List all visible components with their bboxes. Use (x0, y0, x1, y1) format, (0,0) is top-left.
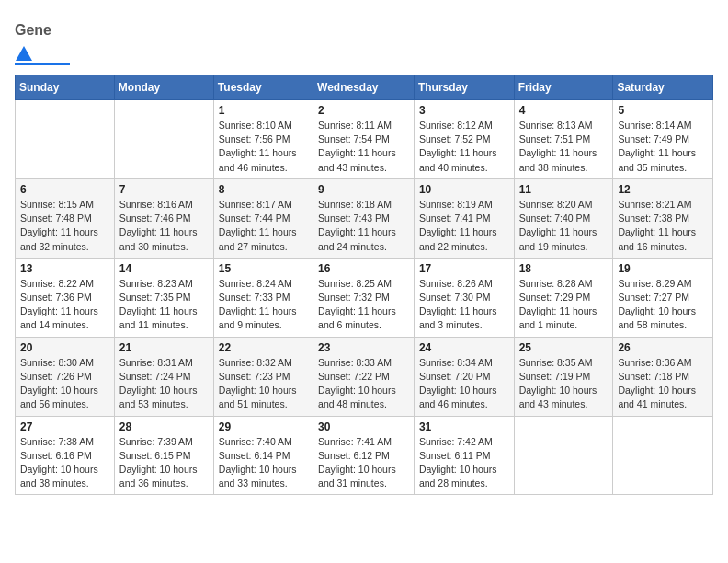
day-info: Sunrise: 8:14 AM Sunset: 7:49 PM Dayligh… (618, 119, 708, 175)
calendar-cell (16, 100, 115, 179)
day-number: 8 (219, 183, 308, 196)
calendar-week-row: 27Sunrise: 7:38 AM Sunset: 6:16 PM Dayli… (16, 416, 713, 495)
calendar-cell: 28Sunrise: 7:39 AM Sunset: 6:15 PM Dayli… (114, 416, 213, 495)
day-number: 5 (618, 104, 708, 117)
day-number: 3 (419, 104, 509, 117)
day-number: 25 (519, 341, 609, 354)
calendar-week-row: 20Sunrise: 8:30 AM Sunset: 7:26 PM Dayli… (16, 337, 713, 416)
day-number: 1 (219, 104, 308, 117)
calendar-cell: 5Sunrise: 8:14 AM Sunset: 7:49 PM Daylig… (613, 100, 713, 179)
day-number: 31 (419, 420, 509, 433)
calendar-day-header: Thursday (414, 75, 514, 100)
day-number: 22 (219, 341, 308, 354)
day-info: Sunrise: 8:31 AM Sunset: 7:24 PM Dayligh… (119, 356, 209, 412)
day-info: Sunrise: 8:17 AM Sunset: 7:44 PM Dayligh… (219, 198, 308, 254)
day-info: Sunrise: 8:12 AM Sunset: 7:52 PM Dayligh… (419, 119, 509, 175)
calendar-cell: 3Sunrise: 8:12 AM Sunset: 7:52 PM Daylig… (414, 100, 514, 179)
day-number: 27 (20, 420, 109, 433)
day-info: Sunrise: 8:19 AM Sunset: 7:41 PM Dayligh… (419, 198, 509, 254)
calendar-cell: 18Sunrise: 8:28 AM Sunset: 7:29 PM Dayli… (514, 258, 613, 337)
day-number: 10 (419, 183, 509, 196)
day-info: Sunrise: 8:15 AM Sunset: 7:48 PM Dayligh… (20, 198, 109, 254)
calendar-cell: 15Sunrise: 8:24 AM Sunset: 7:33 PM Dayli… (213, 258, 313, 337)
day-info: Sunrise: 8:16 AM Sunset: 7:46 PM Dayligh… (119, 198, 209, 254)
day-number: 29 (219, 420, 308, 433)
calendar-week-row: 13Sunrise: 8:22 AM Sunset: 7:36 PM Dayli… (16, 258, 713, 337)
day-number: 7 (119, 183, 209, 196)
calendar-cell: 4Sunrise: 8:13 AM Sunset: 7:51 PM Daylig… (514, 100, 613, 179)
calendar-cell: 1Sunrise: 8:10 AM Sunset: 7:56 PM Daylig… (213, 100, 313, 179)
day-number: 9 (318, 183, 409, 196)
day-info: Sunrise: 7:42 AM Sunset: 6:11 PM Dayligh… (419, 435, 509, 491)
day-number: 23 (318, 341, 409, 354)
day-number: 17 (419, 262, 509, 275)
day-info: Sunrise: 8:34 AM Sunset: 7:20 PM Dayligh… (419, 356, 509, 412)
day-number: 21 (119, 341, 209, 354)
calendar-cell: 12Sunrise: 8:21 AM Sunset: 7:38 PM Dayli… (613, 178, 713, 258)
day-info: Sunrise: 8:24 AM Sunset: 7:33 PM Dayligh… (219, 277, 308, 333)
day-info: Sunrise: 8:20 AM Sunset: 7:40 PM Dayligh… (519, 198, 609, 254)
calendar-week-row: 1Sunrise: 8:10 AM Sunset: 7:56 PM Daylig… (16, 100, 713, 179)
calendar-cell: 7Sunrise: 8:16 AM Sunset: 7:46 PM Daylig… (114, 178, 213, 258)
svg-marker-1 (16, 46, 32, 61)
calendar-cell: 29Sunrise: 7:40 AM Sunset: 6:14 PM Dayli… (213, 416, 313, 495)
calendar-cell: 2Sunrise: 8:11 AM Sunset: 7:54 PM Daylig… (313, 100, 415, 179)
calendar-cell (114, 100, 213, 179)
day-number: 24 (419, 341, 509, 354)
calendar-cell: 10Sunrise: 8:19 AM Sunset: 7:41 PM Dayli… (414, 178, 514, 258)
calendar-cell: 13Sunrise: 8:22 AM Sunset: 7:36 PM Dayli… (16, 258, 115, 337)
day-number: 13 (20, 262, 109, 275)
calendar-cell: 16Sunrise: 8:25 AM Sunset: 7:32 PM Dayli… (313, 258, 415, 337)
calendar-cell: 26Sunrise: 8:36 AM Sunset: 7:18 PM Dayli… (613, 337, 713, 416)
day-number: 2 (318, 104, 409, 117)
day-number: 12 (618, 183, 708, 196)
day-number: 16 (318, 262, 409, 275)
day-info: Sunrise: 8:23 AM Sunset: 7:35 PM Dayligh… (119, 277, 209, 333)
day-info: Sunrise: 8:28 AM Sunset: 7:29 PM Dayligh… (519, 277, 609, 333)
calendar-day-header: Tuesday (213, 75, 313, 100)
day-info: Sunrise: 8:36 AM Sunset: 7:18 PM Dayligh… (618, 356, 708, 412)
calendar-cell: 31Sunrise: 7:42 AM Sunset: 6:11 PM Dayli… (414, 416, 514, 495)
svg-text:General: General (15, 22, 51, 38)
calendar-cell: 17Sunrise: 8:26 AM Sunset: 7:30 PM Dayli… (414, 258, 514, 337)
day-number: 14 (119, 262, 209, 275)
day-info: Sunrise: 8:13 AM Sunset: 7:51 PM Dayligh… (519, 119, 609, 175)
day-number: 11 (519, 183, 609, 196)
calendar-cell: 21Sunrise: 8:31 AM Sunset: 7:24 PM Dayli… (114, 337, 213, 416)
calendar-cell: 8Sunrise: 8:17 AM Sunset: 7:44 PM Daylig… (213, 178, 313, 258)
day-number: 6 (20, 183, 109, 196)
calendar-cell: 30Sunrise: 7:41 AM Sunset: 6:12 PM Dayli… (313, 416, 415, 495)
day-info: Sunrise: 8:26 AM Sunset: 7:30 PM Dayligh… (419, 277, 509, 333)
day-number: 20 (20, 341, 109, 354)
page-header: General (15, 15, 713, 65)
calendar-cell: 27Sunrise: 7:38 AM Sunset: 6:16 PM Dayli… (16, 416, 115, 495)
day-info: Sunrise: 8:22 AM Sunset: 7:36 PM Dayligh… (20, 277, 109, 333)
calendar-header-row: SundayMondayTuesdayWednesdayThursdayFrid… (16, 75, 713, 100)
day-info: Sunrise: 7:40 AM Sunset: 6:14 PM Dayligh… (219, 435, 308, 491)
calendar-cell: 19Sunrise: 8:29 AM Sunset: 7:27 PM Dayli… (613, 258, 713, 337)
day-info: Sunrise: 8:32 AM Sunset: 7:23 PM Dayligh… (219, 356, 308, 412)
calendar-day-header: Saturday (613, 75, 713, 100)
day-info: Sunrise: 8:18 AM Sunset: 7:43 PM Dayligh… (318, 198, 409, 254)
logo-triangle-icon (16, 46, 32, 61)
day-info: Sunrise: 8:11 AM Sunset: 7:54 PM Dayligh… (318, 119, 409, 175)
day-info: Sunrise: 7:38 AM Sunset: 6:16 PM Dayligh… (20, 435, 109, 491)
day-info: Sunrise: 8:35 AM Sunset: 7:19 PM Dayligh… (519, 356, 609, 412)
calendar-cell: 20Sunrise: 8:30 AM Sunset: 7:26 PM Dayli… (16, 337, 115, 416)
calendar-cell: 14Sunrise: 8:23 AM Sunset: 7:35 PM Dayli… (114, 258, 213, 337)
calendar-day-header: Wednesday (313, 75, 415, 100)
logo-area: General (15, 15, 70, 65)
day-number: 28 (119, 420, 209, 433)
day-info: Sunrise: 8:29 AM Sunset: 7:27 PM Dayligh… (618, 277, 708, 333)
day-info: Sunrise: 8:10 AM Sunset: 7:56 PM Dayligh… (219, 119, 308, 175)
calendar-cell: 9Sunrise: 8:18 AM Sunset: 7:43 PM Daylig… (313, 178, 415, 258)
calendar-week-row: 6Sunrise: 8:15 AM Sunset: 7:48 PM Daylig… (16, 178, 713, 258)
day-number: 4 (519, 104, 609, 117)
calendar-day-header: Friday (514, 75, 613, 100)
calendar-cell: 23Sunrise: 8:33 AM Sunset: 7:22 PM Dayli… (313, 337, 415, 416)
day-info: Sunrise: 7:39 AM Sunset: 6:15 PM Dayligh… (119, 435, 209, 491)
day-number: 19 (618, 262, 708, 275)
calendar-day-header: Monday (114, 75, 213, 100)
calendar-day-header: Sunday (16, 75, 115, 100)
calendar-table: SundayMondayTuesdayWednesdayThursdayFrid… (15, 75, 713, 495)
